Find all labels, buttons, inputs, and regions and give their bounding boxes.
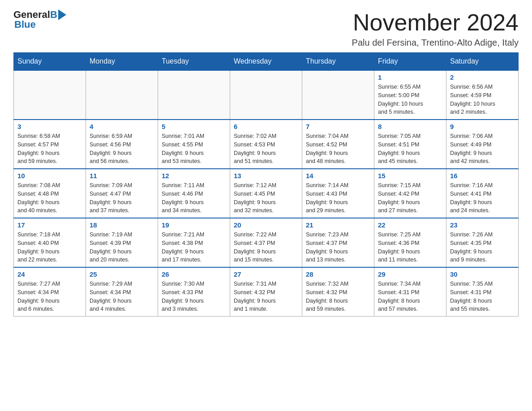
day-number: 13 (234, 172, 298, 180)
day-info: Sunrise: 7:30 AMSunset: 4:33 PMDaylight:… (162, 280, 226, 313)
day-header-monday: Monday (86, 53, 158, 71)
day-number: 18 (90, 221, 154, 229)
day-info: Sunrise: 7:16 AMSunset: 4:41 PMDaylight:… (450, 181, 515, 215)
day-info: Sunrise: 7:19 AMSunset: 4:39 PMDaylight:… (90, 231, 154, 264)
day-number: 14 (306, 172, 370, 180)
day-info: Sunrise: 7:26 AMSunset: 4:35 PMDaylight:… (450, 231, 515, 264)
day-number: 23 (450, 221, 515, 229)
day-number: 6 (234, 123, 298, 130)
calendar-cell: 24Sunrise: 7:27 AMSunset: 4:34 PMDayligh… (14, 267, 86, 317)
calendar-cell: 23Sunrise: 7:26 AMSunset: 4:35 PMDayligh… (446, 218, 519, 267)
day-info: Sunrise: 6:59 AMSunset: 4:56 PMDaylight:… (90, 132, 154, 166)
calendar-cell: 30Sunrise: 7:35 AMSunset: 4:31 PMDayligh… (446, 267, 519, 317)
day-info: Sunrise: 7:12 AMSunset: 4:45 PMDaylight:… (234, 181, 298, 215)
day-number: 24 (17, 270, 82, 278)
day-number: 11 (90, 172, 154, 180)
day-info: Sunrise: 7:23 AMSunset: 4:37 PMDaylight:… (306, 231, 370, 264)
day-number: 25 (90, 270, 154, 278)
day-info: Sunrise: 7:04 AMSunset: 4:52 PMDaylight:… (306, 132, 370, 166)
day-header-friday: Friday (374, 53, 446, 71)
day-number: 28 (306, 270, 370, 278)
day-info: Sunrise: 7:15 AMSunset: 4:42 PMDaylight:… (378, 181, 442, 215)
day-info: Sunrise: 7:01 AMSunset: 4:55 PMDaylight:… (162, 132, 226, 166)
day-number: 12 (162, 172, 226, 180)
calendar-cell: 27Sunrise: 7:31 AMSunset: 4:32 PMDayligh… (230, 267, 302, 317)
calendar-cell: 11Sunrise: 7:09 AMSunset: 4:47 PMDayligh… (86, 169, 158, 218)
day-number: 27 (234, 270, 298, 278)
calendar-table: SundayMondayTuesdayWednesdayThursdayFrid… (13, 52, 519, 317)
day-number: 9 (450, 123, 515, 130)
calendar-cell: 8Sunrise: 7:05 AMSunset: 4:51 PMDaylight… (374, 120, 446, 169)
day-info: Sunrise: 6:58 AMSunset: 4:57 PMDaylight:… (17, 132, 82, 166)
day-number: 4 (90, 123, 154, 130)
day-number: 17 (17, 221, 82, 229)
calendar-cell: 18Sunrise: 7:19 AMSunset: 4:39 PMDayligh… (86, 218, 158, 267)
day-header-thursday: Thursday (302, 53, 374, 71)
calendar-cell: 10Sunrise: 7:08 AMSunset: 4:48 PMDayligh… (14, 169, 86, 218)
calendar-cell (14, 70, 86, 120)
calendar-week-row-4: 17Sunrise: 7:18 AMSunset: 4:40 PMDayligh… (14, 218, 519, 267)
logo: General B Blue (13, 9, 66, 30)
day-info: Sunrise: 7:02 AMSunset: 4:53 PMDaylight:… (234, 132, 298, 166)
calendar-cell: 13Sunrise: 7:12 AMSunset: 4:45 PMDayligh… (230, 169, 302, 218)
day-info: Sunrise: 7:08 AMSunset: 4:48 PMDaylight:… (17, 181, 82, 215)
calendar-cell: 22Sunrise: 7:25 AMSunset: 4:36 PMDayligh… (374, 218, 446, 267)
day-number: 8 (378, 123, 442, 130)
calendar-cell (302, 70, 374, 120)
day-info: Sunrise: 7:11 AMSunset: 4:46 PMDaylight:… (162, 181, 226, 215)
calendar-header-row: SundayMondayTuesdayWednesdayThursdayFrid… (14, 53, 519, 71)
day-number: 10 (17, 172, 82, 180)
logo-blue-label: Blue (14, 19, 36, 30)
calendar-cell: 19Sunrise: 7:21 AMSunset: 4:38 PMDayligh… (158, 218, 230, 267)
day-number: 30 (450, 270, 515, 278)
calendar-cell: 6Sunrise: 7:02 AMSunset: 4:53 PMDaylight… (230, 120, 302, 169)
calendar-cell: 4Sunrise: 6:59 AMSunset: 4:56 PMDaylight… (86, 120, 158, 169)
day-number: 15 (378, 172, 442, 180)
calendar-cell (86, 70, 158, 120)
day-header-sunday: Sunday (14, 53, 86, 71)
day-number: 19 (162, 221, 226, 229)
day-info: Sunrise: 7:14 AMSunset: 4:43 PMDaylight:… (306, 181, 370, 215)
day-number: 5 (162, 123, 226, 130)
calendar-week-row-2: 3Sunrise: 6:58 AMSunset: 4:57 PMDaylight… (14, 120, 519, 169)
day-number: 3 (17, 123, 82, 130)
calendar-cell: 7Sunrise: 7:04 AMSunset: 4:52 PMDaylight… (302, 120, 374, 169)
day-number: 1 (378, 73, 442, 81)
day-header-wednesday: Wednesday (230, 53, 302, 71)
day-number: 2 (450, 73, 515, 81)
calendar-cell: 16Sunrise: 7:16 AMSunset: 4:41 PMDayligh… (446, 169, 519, 218)
calendar-subtitle: Palu del Fersina, Trentino-Alto Adige, I… (352, 38, 519, 48)
calendar-cell: 15Sunrise: 7:15 AMSunset: 4:42 PMDayligh… (374, 169, 446, 218)
calendar-cell: 20Sunrise: 7:22 AMSunset: 4:37 PMDayligh… (230, 218, 302, 267)
day-info: Sunrise: 7:22 AMSunset: 4:37 PMDaylight:… (234, 231, 298, 264)
calendar-cell: 12Sunrise: 7:11 AMSunset: 4:46 PMDayligh… (158, 169, 230, 218)
calendar-cell: 5Sunrise: 7:01 AMSunset: 4:55 PMDaylight… (158, 120, 230, 169)
day-number: 7 (306, 123, 370, 130)
day-header-saturday: Saturday (446, 53, 519, 71)
day-info: Sunrise: 7:34 AMSunset: 4:31 PMDaylight:… (378, 280, 442, 313)
calendar-cell: 28Sunrise: 7:32 AMSunset: 4:32 PMDayligh… (302, 267, 374, 317)
calendar-cell: 26Sunrise: 7:30 AMSunset: 4:33 PMDayligh… (158, 267, 230, 317)
calendar-title: November 2024 (352, 9, 519, 36)
day-info: Sunrise: 7:29 AMSunset: 4:34 PMDaylight:… (90, 280, 154, 313)
day-header-tuesday: Tuesday (158, 53, 230, 71)
day-number: 29 (378, 270, 442, 278)
calendar-cell: 9Sunrise: 7:06 AMSunset: 4:49 PMDaylight… (446, 120, 519, 169)
logo-arrow-icon (58, 9, 66, 20)
calendar-week-row-3: 10Sunrise: 7:08 AMSunset: 4:48 PMDayligh… (14, 169, 519, 218)
calendar-week-row-5: 24Sunrise: 7:27 AMSunset: 4:34 PMDayligh… (14, 267, 519, 317)
day-info: Sunrise: 7:27 AMSunset: 4:34 PMDaylight:… (17, 280, 82, 313)
day-info: Sunrise: 7:18 AMSunset: 4:40 PMDaylight:… (17, 231, 82, 264)
day-info: Sunrise: 6:55 AMSunset: 5:00 PMDaylight:… (378, 83, 442, 116)
calendar-cell: 2Sunrise: 6:56 AMSunset: 4:59 PMDaylight… (446, 70, 519, 120)
calendar-cell (158, 70, 230, 120)
calendar-cell: 3Sunrise: 6:58 AMSunset: 4:57 PMDaylight… (14, 120, 86, 169)
calendar-cell: 25Sunrise: 7:29 AMSunset: 4:34 PMDayligh… (86, 267, 158, 317)
day-info: Sunrise: 7:35 AMSunset: 4:31 PMDaylight:… (450, 280, 515, 313)
calendar-cell: 1Sunrise: 6:55 AMSunset: 5:00 PMDaylight… (374, 70, 446, 120)
day-info: Sunrise: 6:56 AMSunset: 4:59 PMDaylight:… (450, 83, 515, 116)
calendar-cell: 21Sunrise: 7:23 AMSunset: 4:37 PMDayligh… (302, 218, 374, 267)
calendar-cell: 17Sunrise: 7:18 AMSunset: 4:40 PMDayligh… (14, 218, 86, 267)
logo-blue-text: B (50, 9, 57, 21)
day-info: Sunrise: 7:25 AMSunset: 4:36 PMDaylight:… (378, 231, 442, 264)
